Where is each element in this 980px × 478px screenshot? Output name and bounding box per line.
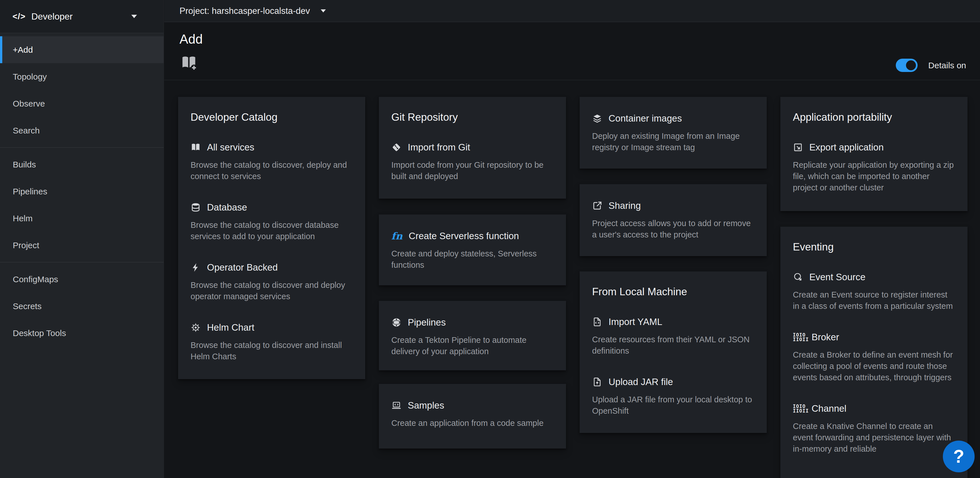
item-description: Replicate your application by exporting … [793, 159, 955, 193]
sidebar-item-project[interactable]: Project [0, 232, 164, 259]
broker-link[interactable]: IOIOIIOII Broker [793, 332, 955, 343]
pipelines-link[interactable]: Pipelines [391, 317, 554, 328]
item-description: Project access allows you to add or remo… [592, 218, 754, 240]
help-button[interactable]: ? [943, 441, 975, 472]
sidebar-nav: +Add Topology Observe Search Builds Pipe… [0, 33, 164, 346]
upload-jar-file-link[interactable]: Upload JAR file [592, 376, 754, 387]
nav-divider [0, 262, 164, 262]
catalog-item-create-serverless-function: fn Create Serverless function Create and… [391, 230, 554, 271]
catalog-item-all-services: All services Browse the catalog to disco… [191, 142, 353, 182]
laptop-code-icon [391, 400, 401, 411]
nav-divider [0, 147, 164, 148]
samples-link[interactable]: Samples [391, 400, 554, 411]
details-toggle[interactable] [896, 59, 918, 72]
item-description: Upload a JAR file from your local deskto… [592, 394, 754, 416]
catalog-item-operator-backed: Operator Backed Browse the catalog to di… [191, 262, 353, 302]
create-serverless-function-link[interactable]: fn Create Serverless function [391, 230, 554, 242]
all-services-link[interactable]: All services [191, 142, 353, 153]
catalog-item-helm-chart: Helm Chart Browse the catalog to discove… [191, 322, 353, 362]
binary-broker-icon: IOIOIIOII [793, 332, 805, 342]
sidebar-item-builds[interactable]: Builds [0, 151, 164, 178]
chevron-down-icon [131, 15, 137, 18]
catalog-item-database: Database Browse the catalog to discover … [191, 202, 353, 242]
database-icon [191, 202, 201, 213]
event-source-link[interactable]: Event Source [793, 272, 955, 283]
export-application-link[interactable]: Export application [793, 142, 955, 153]
container-images-link[interactable]: Container images [592, 113, 754, 124]
sharing-link[interactable]: Sharing [592, 200, 754, 211]
sidebar-item-desktop-tools[interactable]: Desktop Tools [0, 319, 164, 346]
bolt-icon [191, 262, 201, 273]
sidebar-item-topology[interactable]: Topology [0, 63, 164, 90]
item-description: Create resources from their YAML or JSON… [592, 334, 754, 356]
database-link[interactable]: Database [191, 202, 353, 213]
card-from-local-machine: From Local Machine Import YAML Create re… [580, 272, 767, 433]
event-source-icon [793, 272, 803, 282]
item-description: Create an Event source to register inter… [793, 289, 955, 312]
card-title: From Local Machine [592, 286, 754, 298]
catalog-item-container-images: Container images Deploy an existing Imag… [592, 113, 754, 153]
book-icon [191, 142, 201, 152]
catalog-item-event-source: Event Source Create an Event source to r… [793, 272, 955, 312]
item-description: Import code from your Git repository to … [391, 159, 554, 182]
channel-link[interactable]: IOIOIIOII Channel [793, 403, 955, 414]
card-eventing: Eventing Event Source Create an Event so… [780, 227, 967, 478]
catalog-item-channel: IOIOIIOII Channel Create a Knative Chann… [793, 403, 955, 454]
catalog-item-export-application: Export application Replicate your applic… [793, 142, 955, 193]
sidebar-item-helm[interactable]: Helm [0, 205, 164, 232]
item-description: Create an application from a code sample [391, 418, 554, 429]
card-sharing: Sharing Project access allows you to add… [580, 184, 767, 256]
chevron-down-icon[interactable] [321, 10, 326, 13]
import-from-git-link[interactable]: Import from Git [391, 142, 554, 153]
sidebar-item-secrets[interactable]: Secrets [0, 293, 164, 319]
sidebar-item-observe[interactable]: Observe [0, 90, 164, 117]
tekton-pipelines-icon [391, 318, 401, 327]
card-title: Eventing [793, 241, 955, 253]
add-column-2: Git Repository Import from Git Import co… [379, 97, 566, 449]
item-description: Create a Tekton Pipeline to automate del… [391, 334, 554, 357]
item-description: Create a Knative Channel to create an ev… [793, 421, 955, 454]
toggle-knob [906, 60, 916, 70]
sidebar: </> Developer +Add Topology Observe Sear… [0, 0, 164, 478]
card-serverless-function: fn Create Serverless function Create and… [379, 214, 566, 285]
item-description: Create a Broker to define an event mesh … [793, 349, 955, 383]
helm-chart-link[interactable]: Helm Chart [191, 322, 353, 333]
card-developer-catalog: Developer Catalog All services Browse th… [178, 97, 365, 379]
catalog-item-sharing: Sharing Project access allows you to add… [592, 200, 754, 240]
add-column-1: Developer Catalog All services Browse th… [178, 97, 365, 379]
sidebar-item-pipelines[interactable]: Pipelines [0, 178, 164, 205]
card-pipelines: Pipelines Create a Tekton Pipeline to au… [379, 301, 566, 370]
catalog-item-broker: IOIOIIOII Broker Create a Broker to defi… [793, 332, 955, 383]
item-description: Browse the catalog to discover and insta… [191, 340, 353, 362]
item-description: Deploy an existing Image from an Image r… [592, 130, 754, 153]
file-code-icon [592, 317, 602, 327]
perspective-label: Developer [31, 11, 73, 22]
item-description: Browse the catalog to discover, deploy a… [191, 159, 353, 182]
details-toggle-label: Details on [928, 60, 966, 70]
export-icon [793, 142, 803, 152]
catalog-item-pipelines: Pipelines Create a Tekton Pipeline to au… [391, 317, 554, 357]
code-icon: </> [13, 12, 25, 21]
catalog-item-upload-jar-file: Upload JAR file Upload a JAR file from y… [592, 376, 754, 416]
binary-channel-icon: IOIOIIOII [793, 403, 805, 414]
catalog-item-samples: Samples Create an application from a cod… [391, 400, 554, 429]
sidebar-item-search[interactable]: Search [0, 117, 164, 144]
project-selector[interactable]: Project: harshcasper-localsta-dev [180, 6, 310, 16]
guided-tour-book-plus-icon[interactable] [180, 54, 198, 71]
add-column-3: Container images Deploy an existing Imag… [580, 97, 767, 433]
card-application-portability: Application portability Export applicati… [780, 97, 967, 211]
serverless-fn-icon: fn [391, 231, 402, 241]
operator-backed-link[interactable]: Operator Backed [191, 262, 353, 273]
perspective-switcher[interactable]: </> Developer [0, 0, 164, 33]
sidebar-item-configmaps[interactable]: ConfigMaps [0, 266, 164, 293]
card-container-images: Container images Deploy an existing Imag… [580, 97, 767, 168]
details-toggle-group: Details on [896, 59, 966, 72]
item-description: Browse the catalog to discover database … [191, 219, 353, 242]
item-description: Create and deploy stateless, Serverless … [391, 248, 554, 271]
add-column-4: Application portability Export applicati… [780, 97, 967, 478]
sidebar-item-add[interactable]: +Add [0, 36, 164, 63]
project-bar: Project: harshcasper-localsta-dev [164, 0, 980, 22]
import-yaml-link[interactable]: Import YAML [592, 316, 754, 327]
catalog-item-import-from-git: Import from Git Import code from your Gi… [391, 142, 554, 182]
card-title: Git Repository [391, 111, 554, 124]
